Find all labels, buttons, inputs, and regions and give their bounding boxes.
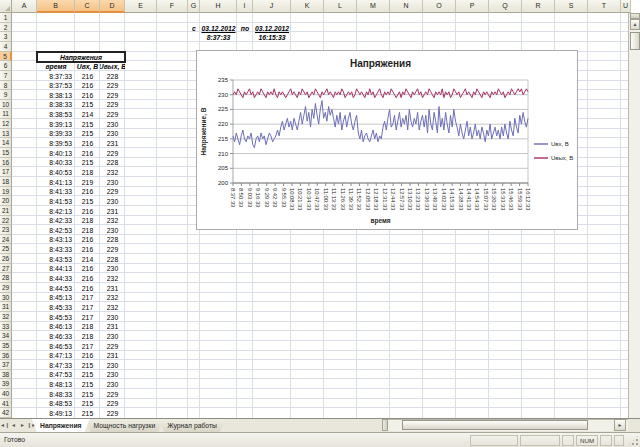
row-header-20[interactable]: 20 bbox=[0, 196, 12, 206]
table-row-cell[interactable]: 8:43:53 bbox=[37, 254, 75, 264]
table-row-cell[interactable]: 218 bbox=[75, 225, 100, 235]
row-header-21[interactable]: 21 bbox=[0, 206, 12, 216]
row-header-13[interactable]: 13 bbox=[0, 129, 12, 138]
tab-nav-first-icon[interactable]: ◄❙ bbox=[0, 419, 9, 432]
table-row-cell[interactable]: 228 bbox=[100, 235, 125, 244]
tab-nav-next-icon[interactable]: ► bbox=[18, 419, 27, 432]
table-row-cell[interactable]: 8:48:53 bbox=[37, 399, 75, 408]
table-row-cell[interactable]: 8:43:33 bbox=[37, 244, 75, 254]
row-header-8[interactable]: 8 bbox=[0, 81, 12, 90]
table-row-cell[interactable]: 230 bbox=[100, 177, 125, 187]
table-row-cell[interactable]: 230 bbox=[100, 360, 125, 370]
row-header-11[interactable]: 11 bbox=[0, 109, 12, 119]
sheet-tab-work-log[interactable]: Журнал работы bbox=[159, 419, 225, 432]
scroll-right-icon[interactable]: ► bbox=[614, 419, 626, 431]
table-row-cell[interactable]: 218 bbox=[75, 167, 100, 177]
table-row-cell[interactable]: 216 bbox=[75, 351, 100, 360]
table-row-cell[interactable]: 216 bbox=[75, 206, 100, 216]
row-header-25[interactable]: 25 bbox=[0, 244, 12, 254]
table-row-cell[interactable]: 232 bbox=[100, 293, 125, 302]
table-row-cell[interactable]: 229 bbox=[100, 187, 125, 196]
row-header-26[interactable]: 26 bbox=[0, 254, 12, 264]
table-row-cell[interactable]: 217 bbox=[75, 341, 100, 351]
table-row-cell[interactable]: 229 bbox=[100, 399, 125, 408]
table-row-cell[interactable]: 219 bbox=[75, 177, 100, 187]
table-row-cell[interactable]: 229 bbox=[100, 408, 125, 418]
table-row-cell[interactable]: 8:46:33 bbox=[37, 331, 75, 341]
table-row-cell[interactable]: 228 bbox=[100, 254, 125, 264]
table-row-cell[interactable]: 8:45:53 bbox=[37, 312, 75, 322]
column-header-G[interactable]: G bbox=[188, 0, 200, 13]
table-row-cell[interactable]: 8:48:33 bbox=[37, 389, 75, 399]
row-header-6[interactable]: 6 bbox=[0, 61, 12, 71]
column-header-D[interactable]: D bbox=[100, 0, 125, 13]
table-row-cell[interactable]: 8:41:13 bbox=[37, 177, 75, 187]
table-row-cell[interactable]: 218 bbox=[75, 331, 100, 341]
column-header-O[interactable]: O bbox=[423, 0, 456, 13]
row-header-23[interactable]: 23 bbox=[0, 225, 12, 235]
column-header-E[interactable]: E bbox=[125, 0, 157, 13]
table-row-cell[interactable]: 8:38:53 bbox=[37, 109, 75, 119]
row-header-42[interactable]: 42 bbox=[0, 408, 12, 418]
row-header-36[interactable]: 36 bbox=[0, 351, 12, 360]
row-header-33[interactable]: 33 bbox=[0, 322, 12, 331]
row-header-15[interactable]: 15 bbox=[0, 148, 12, 158]
table-row-cell[interactable]: 8:44:53 bbox=[37, 283, 75, 293]
row-header-3[interactable]: 3 bbox=[0, 32, 12, 42]
table-row-cell[interactable]: 215 bbox=[75, 399, 100, 408]
row-header-19[interactable]: 19 bbox=[0, 187, 12, 196]
table-row-cell[interactable]: 8:37:53 bbox=[37, 81, 75, 90]
table-row-cell[interactable]: 8:39:33 bbox=[37, 129, 75, 138]
table-row-cell[interactable]: 230 bbox=[100, 331, 125, 341]
table-row-cell[interactable]: 8:48:13 bbox=[37, 379, 75, 389]
table-row-cell[interactable]: 230 bbox=[100, 225, 125, 235]
table-row-cell[interactable]: 218 bbox=[75, 216, 100, 225]
table-row-cell[interactable]: 215 bbox=[75, 360, 100, 370]
selected-cell-table-title[interactable]: Напряжения bbox=[36, 51, 126, 63]
table-row-cell[interactable]: 215 bbox=[75, 389, 100, 399]
row-header-22[interactable]: 22 bbox=[0, 216, 12, 225]
table-row-cell[interactable]: 229 bbox=[100, 100, 125, 109]
row-header-24[interactable]: 24 bbox=[0, 235, 12, 244]
table-row-cell[interactable]: 215 bbox=[75, 379, 100, 389]
column-header-I[interactable]: I bbox=[237, 0, 253, 13]
horizontal-scroll-thumb[interactable] bbox=[402, 420, 588, 430]
table-row-cell[interactable]: 230 bbox=[100, 379, 125, 389]
table-row-cell[interactable]: 214 bbox=[75, 254, 100, 264]
column-header-Q[interactable]: Q bbox=[489, 0, 522, 13]
table-row-cell[interactable]: 8:42:53 bbox=[37, 225, 75, 235]
column-header-J[interactable]: J bbox=[253, 0, 291, 13]
column-header-N[interactable]: N bbox=[390, 0, 423, 13]
voltage-chart[interactable]: 2002052102152202252302358:37:338:50:339:… bbox=[196, 50, 578, 230]
table-row-cell[interactable]: 230 bbox=[100, 370, 125, 379]
table-row-cell[interactable]: 231 bbox=[100, 206, 125, 216]
table-row-cell[interactable]: 230 bbox=[100, 129, 125, 138]
column-header-K[interactable]: K bbox=[291, 0, 324, 13]
table-row-cell[interactable]: 217 bbox=[75, 312, 100, 322]
table-row-cell[interactable]: 216 bbox=[75, 235, 100, 244]
table-row-cell[interactable]: 215 bbox=[75, 100, 100, 109]
column-header-H[interactable]: H bbox=[200, 0, 237, 13]
table-row-cell[interactable]: 8:40:33 bbox=[37, 158, 75, 167]
row-header-32[interactable]: 32 bbox=[0, 312, 12, 322]
column-header-F[interactable]: F bbox=[157, 0, 188, 13]
table-row-cell[interactable]: 8:38:13 bbox=[37, 90, 75, 100]
table-row-cell[interactable]: 229 bbox=[100, 341, 125, 351]
table-row-cell[interactable]: 216 bbox=[75, 187, 100, 196]
table-row-cell[interactable]: 229 bbox=[100, 244, 125, 254]
column-header-C[interactable]: C bbox=[75, 0, 100, 13]
table-row-cell[interactable]: 216 bbox=[75, 148, 100, 158]
table-row-cell[interactable]: 8:39:13 bbox=[37, 119, 75, 129]
column-header-A[interactable]: A bbox=[12, 0, 37, 13]
table-row-cell[interactable]: 215 bbox=[75, 119, 100, 129]
table-row-cell[interactable]: 8:47:13 bbox=[37, 351, 75, 360]
row-header-27[interactable]: 27 bbox=[0, 264, 12, 273]
table-row-cell[interactable]: 215 bbox=[75, 408, 100, 418]
table-row-cell[interactable]: 8:42:13 bbox=[37, 206, 75, 216]
table-row-cell[interactable]: 216 bbox=[75, 90, 100, 100]
column-header-L[interactable]: L bbox=[324, 0, 357, 13]
table-row-cell[interactable]: 231 bbox=[100, 351, 125, 360]
table-row-cell[interactable]: 215 bbox=[75, 196, 100, 206]
row-header-18[interactable]: 18 bbox=[0, 177, 12, 187]
table-row-cell[interactable]: 8:38:33 bbox=[37, 100, 75, 109]
